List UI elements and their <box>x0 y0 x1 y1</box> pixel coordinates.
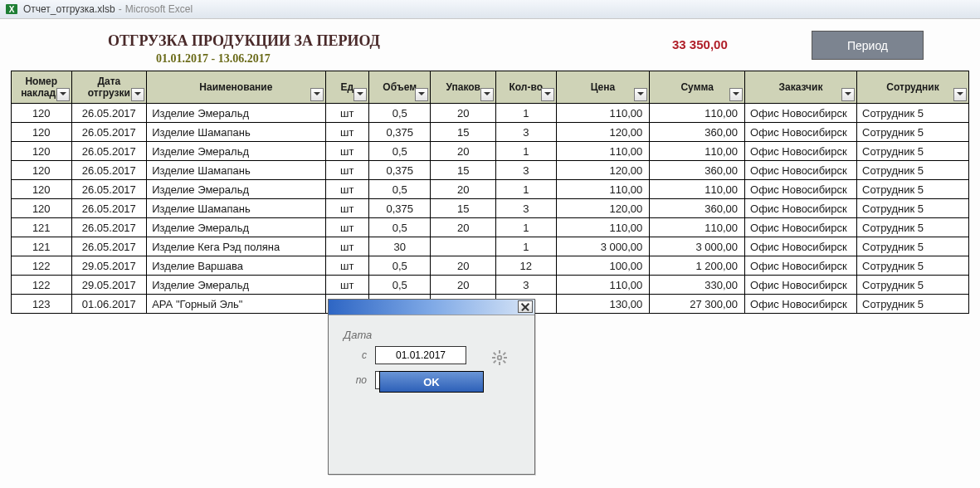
column-header-unit[interactable]: Ед <box>325 71 368 104</box>
cell-date[interactable]: 29.05.2017 <box>71 256 147 276</box>
cell-price[interactable]: 110,00 <box>556 218 650 237</box>
cell-qty[interactable]: 1 <box>496 142 557 161</box>
cell-name[interactable]: АРА "Горный Эль" <box>147 295 325 314</box>
cell-emp[interactable]: Сотрудник 5 <box>857 218 969 237</box>
cell-vol[interactable]: 0,5 <box>368 180 431 199</box>
cell-qty[interactable]: 3 <box>496 276 557 295</box>
cell-sum[interactable]: 1 200,00 <box>650 256 745 276</box>
column-header-qty[interactable]: Кол-во <box>496 71 557 104</box>
cell-pack[interactable]: 15 <box>431 161 496 180</box>
cell-emp[interactable]: Сотрудник 5 <box>857 237 969 256</box>
cell-vol[interactable]: 0,5 <box>368 276 431 295</box>
cell-qty[interactable]: 1 <box>496 104 557 123</box>
cell-name[interactable]: Изделие Эмеральд <box>147 142 325 161</box>
cell-sum[interactable]: 110,00 <box>650 104 745 123</box>
cell-name[interactable]: Изделие Эмеральд <box>147 218 325 237</box>
table-row[interactable]: 12229.05.2017Изделие Эмеральдшт0,5203110… <box>12 276 969 295</box>
cell-cust[interactable]: Офис Новосибирск <box>745 161 857 180</box>
cell-emp[interactable]: Сотрудник 5 <box>857 142 969 161</box>
cell-cust[interactable]: Офис Новосибирск <box>745 180 857 199</box>
cell-vol[interactable]: 0,375 <box>368 123 431 142</box>
table-row[interactable]: 12229.05.2017Изделие Варшавашт0,52012100… <box>12 256 969 276</box>
cell-unit[interactable]: шт <box>325 256 368 276</box>
column-header-pack[interactable]: Упаков <box>431 71 496 104</box>
cell-sum[interactable]: 360,00 <box>650 199 745 218</box>
cell-sum[interactable]: 360,00 <box>650 123 745 142</box>
cell-emp[interactable]: Сотрудник 5 <box>857 123 969 142</box>
column-header-emp[interactable]: Сотрудник <box>857 71 969 104</box>
cell-sum[interactable]: 360,00 <box>650 161 745 180</box>
filter-dropdown-icon[interactable] <box>56 88 70 101</box>
cell-vol[interactable]: 0,375 <box>368 199 431 218</box>
cell-cust[interactable]: Офис Новосибирск <box>745 104 857 123</box>
filter-dropdown-icon[interactable] <box>353 88 367 101</box>
cell-qty[interactable]: 1 <box>496 218 557 237</box>
cell-unit[interactable]: шт <box>325 142 368 161</box>
close-button[interactable] <box>518 300 533 313</box>
cell-qty[interactable]: 3 <box>496 199 557 218</box>
table-row[interactable]: 12026.05.2017Изделие Эмеральдшт0,5201110… <box>12 180 969 199</box>
filter-dropdown-icon[interactable] <box>310 88 324 101</box>
cell-price[interactable]: 110,00 <box>556 180 650 199</box>
cell-sum[interactable]: 110,00 <box>650 218 745 237</box>
cell-name[interactable]: Изделие Варшава <box>147 256 325 276</box>
cell-name[interactable]: Изделие Шамапань <box>147 199 325 218</box>
cell-unit[interactable]: шт <box>325 161 368 180</box>
cell-name[interactable]: Изделие Шамапань <box>147 161 325 180</box>
column-header-num[interactable]: Номернакладн <box>12 71 72 104</box>
cell-qty[interactable]: 1 <box>496 180 557 199</box>
cell-price[interactable]: 110,00 <box>556 142 650 161</box>
cell-emp[interactable]: Сотрудник 5 <box>857 295 969 314</box>
cell-num[interactable]: 121 <box>12 218 72 237</box>
cell-emp[interactable]: Сотрудник 5 <box>857 161 969 180</box>
date-from-input[interactable] <box>375 346 466 364</box>
cell-emp[interactable]: Сотрудник 5 <box>857 104 969 123</box>
cell-cust[interactable]: Офис Новосибирск <box>745 256 857 276</box>
cell-num[interactable]: 122 <box>12 276 72 295</box>
cell-cust[interactable]: Офис Новосибирск <box>745 276 857 295</box>
cell-sum[interactable]: 330,00 <box>650 276 745 295</box>
column-header-price[interactable]: Цена <box>556 71 650 104</box>
cell-price[interactable]: 130,00 <box>556 295 650 314</box>
filter-dropdown-icon[interactable] <box>131 88 144 101</box>
cell-num[interactable]: 120 <box>12 161 72 180</box>
cell-price[interactable]: 100,00 <box>556 256 650 276</box>
cell-price[interactable]: 3 000,00 <box>556 237 650 256</box>
table-row[interactable]: 12126.05.2017Изделие Кега Рэд полянашт30… <box>12 237 969 256</box>
cell-date[interactable]: 29.05.2017 <box>71 276 147 295</box>
cell-qty[interactable]: 3 <box>496 161 557 180</box>
cell-date[interactable]: 26.05.2017 <box>71 180 147 199</box>
column-header-date[interactable]: Датаотгрузки <box>71 71 147 104</box>
cell-cust[interactable]: Офис Новосибирск <box>745 142 857 161</box>
cell-sum[interactable]: 110,00 <box>650 180 745 199</box>
cell-pack[interactable]: 20 <box>431 142 496 161</box>
filter-dropdown-icon[interactable] <box>541 88 554 101</box>
column-header-sum[interactable]: Сумма <box>650 71 745 104</box>
cell-price[interactable]: 120,00 <box>556 199 650 218</box>
table-row[interactable]: 12026.05.2017Изделие Эмеральдшт0,5201110… <box>12 142 969 161</box>
filter-dropdown-icon[interactable] <box>729 88 743 101</box>
cell-name[interactable]: Изделие Эмеральд <box>147 180 325 199</box>
cell-date[interactable]: 01.06.2017 <box>71 295 147 314</box>
cell-name[interactable]: Изделие Эмеральд <box>147 104 325 123</box>
cell-unit[interactable]: шт <box>325 104 368 123</box>
cell-unit[interactable]: шт <box>325 218 368 237</box>
cell-unit[interactable]: шт <box>325 276 368 295</box>
cell-price[interactable]: 120,00 <box>556 161 650 180</box>
gear-icon[interactable] <box>486 349 505 367</box>
cell-date[interactable]: 26.05.2017 <box>71 199 147 218</box>
table-row[interactable]: 12026.05.2017Изделие Шамапаньшт0,3751531… <box>12 199 969 218</box>
cell-unit[interactable]: шт <box>325 237 368 256</box>
data-table[interactable]: НомернакладнДатаотгрузкиНаименованиеЕдОб… <box>11 71 969 314</box>
cell-sum[interactable]: 27 300,00 <box>650 295 745 314</box>
column-header-vol[interactable]: Объем <box>368 71 431 104</box>
filter-dropdown-icon[interactable] <box>415 88 428 101</box>
cell-qty[interactable]: 3 <box>496 123 557 142</box>
cell-num[interactable]: 120 <box>12 142 72 161</box>
cell-pack[interactable]: 15 <box>431 199 496 218</box>
cell-vol[interactable]: 0,375 <box>368 161 431 180</box>
cell-vol[interactable]: 30 <box>368 237 431 256</box>
cell-cust[interactable]: Офис Новосибирск <box>745 237 857 256</box>
cell-emp[interactable]: Сотрудник 5 <box>857 180 969 199</box>
cell-vol[interactable]: 0,5 <box>368 218 431 237</box>
